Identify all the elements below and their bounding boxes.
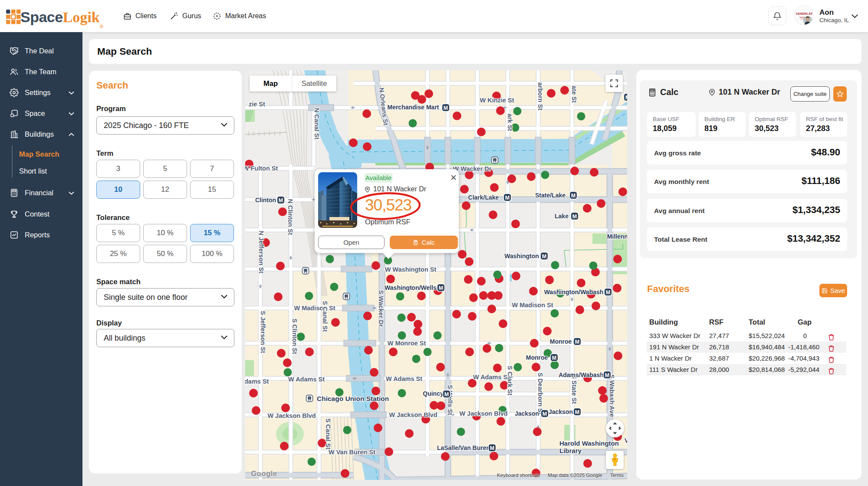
svg-text:M: M xyxy=(572,213,577,220)
svg-text:S Wells St: S Wells St xyxy=(447,385,454,415)
svg-text:VANDELAY: VANDELAY xyxy=(796,12,812,16)
svg-text:State/Lake: State/Lake xyxy=(535,192,566,199)
svg-text:S Wabash Ave: S Wabash Ave xyxy=(608,374,615,417)
svg-text:W Madison St: W Madison St xyxy=(294,305,335,312)
svg-text:Quincy: Quincy xyxy=(423,390,444,397)
svg-text:W Kinzie St: W Kinzie St xyxy=(480,97,514,104)
svg-text:Jackson: Jackson xyxy=(515,410,539,417)
svg-text:Library: Library xyxy=(559,447,582,454)
svg-text:W Madison St: W Madison St xyxy=(512,302,553,309)
svg-text:LaSalle/Van Buren: LaSalle/Van Buren xyxy=(437,444,490,451)
svg-text:W Wacker Dr: W Wacker Dr xyxy=(453,165,492,172)
svg-text:Chicago Union Station: Chicago Union Station xyxy=(317,395,389,402)
svg-text:M: M xyxy=(552,355,556,361)
svg-text:Monroe: Monroe xyxy=(550,338,572,345)
svg-text:W Jackson Blvd: W Jackson Blvd xyxy=(459,410,507,417)
svg-text:W Fulton St: W Fulton St xyxy=(245,165,278,172)
svg-text:S Clinton St: S Clinton St xyxy=(291,319,298,354)
svg-text:N Jefferson St: N Jefferson St xyxy=(258,231,265,273)
svg-text:M: M xyxy=(490,445,494,451)
svg-text:S Canal St: S Canal St xyxy=(325,418,332,450)
svg-text:W Jackson Blvd: W Jackson Blvd xyxy=(267,412,316,419)
svg-text:M: M xyxy=(575,339,579,345)
svg-text:N Canal St: N Canal St xyxy=(313,108,320,140)
svg-text:Monroe: Monroe xyxy=(526,354,548,361)
svg-text:M: M xyxy=(279,197,283,204)
svg-text:Washington/Wells: Washington/Wells xyxy=(385,284,437,291)
svg-text:Harold Washington: Harold Washington xyxy=(559,440,619,447)
svg-text:Adams/Wabash: Adams/Wabash xyxy=(559,371,604,378)
svg-text:Merchandise Mart: Merchandise Mart xyxy=(387,104,439,111)
svg-text:Jackson: Jackson xyxy=(549,408,573,415)
svg-text:W Washington St: W Washington St xyxy=(385,266,437,273)
svg-text:W Adams St: W Adams St xyxy=(288,376,325,383)
svg-text:Lake: Lake xyxy=(555,213,569,220)
svg-text:M: M xyxy=(575,409,579,415)
svg-text:arborn St: arborn St xyxy=(537,82,544,111)
svg-text:N Clinton St: N Clinton St xyxy=(287,199,294,235)
svg-text:M: M xyxy=(571,193,575,199)
svg-text:S State St: S State St xyxy=(571,374,578,404)
svg-text:S Dearborn St: S Dearborn St xyxy=(537,373,544,415)
svg-text:S Wacker Dr: S Wacker Dr xyxy=(378,290,385,327)
svg-text:zie St: zie St xyxy=(249,101,265,108)
svg-text:M: M xyxy=(444,391,449,397)
svg-text:ark St: ark St xyxy=(506,114,513,131)
svg-text:M: M xyxy=(606,289,610,296)
svg-text:Washington: Washington xyxy=(504,253,539,259)
svg-text:M: M xyxy=(625,95,627,101)
svg-text:M: M xyxy=(542,411,547,417)
svg-text:M: M xyxy=(439,285,443,291)
svg-text:M: M xyxy=(444,105,448,111)
svg-text:M: M xyxy=(505,195,510,201)
svg-text:W Adams St: W Adams St xyxy=(473,374,510,381)
svg-text:W Adams St: W Adams St xyxy=(386,375,422,382)
svg-text:W Jackson Blvd: W Jackson Blvd xyxy=(389,411,437,418)
svg-text:M: M xyxy=(542,253,546,259)
svg-text:ate St: ate St xyxy=(571,85,578,103)
svg-text:Clark/Lake: Clark/Lake xyxy=(468,194,499,201)
svg-text:M: M xyxy=(605,372,609,378)
svg-text:dams St: dams St xyxy=(245,378,269,385)
svg-text:Clinton: Clinton xyxy=(255,197,276,204)
svg-text:Va: Va xyxy=(625,437,627,444)
svg-text:W Monroe St: W Monroe St xyxy=(388,340,426,347)
svg-text:W Van Buren St: W Van Buren St xyxy=(329,449,375,456)
svg-text:S Clark St: S Clark St xyxy=(506,366,513,396)
svg-text:S Jefferson St: S Jefferson St xyxy=(260,311,266,353)
svg-text:Millenniu: Millenniu xyxy=(607,233,627,240)
svg-text:Washington/Wabash: Washington/Wabash xyxy=(544,289,604,296)
svg-text:S Canal St: S Canal St xyxy=(322,301,329,332)
